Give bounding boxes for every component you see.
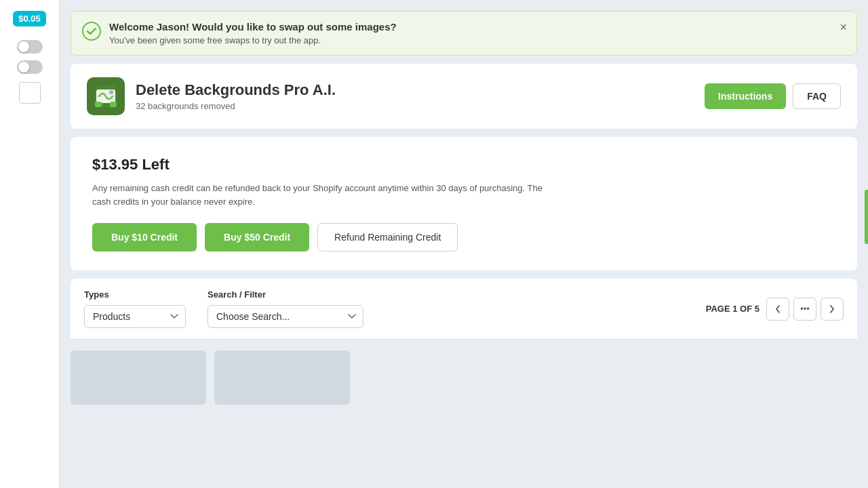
toggle-2[interactable] [17, 60, 43, 74]
svg-rect-4 [95, 102, 102, 107]
buy-50-button[interactable]: Buy $50 Credit [205, 223, 309, 251]
next-page-button[interactable] [821, 298, 844, 321]
sidebar: $0.05 [0, 0, 60, 488]
color-swatch[interactable] [19, 82, 41, 104]
faq-button[interactable]: FAQ [793, 83, 841, 109]
app-logo [87, 77, 125, 115]
scrollbar-accent [865, 190, 868, 244]
banner-title: Welcome Jason! Would you like to swap ou… [109, 21, 397, 33]
credit-description: Any remaining cash credit can be refunde… [92, 182, 553, 208]
banner-subtitle: You've been given some free swaps to try… [109, 35, 397, 45]
app-actions: Instructions FAQ [705, 83, 841, 109]
pagination-area: PAGE 1 OF 5 ••• [706, 298, 844, 321]
thumbnail-1 [71, 350, 206, 405]
refund-button[interactable]: Refund Remaining Credit [317, 223, 458, 251]
credit-card: $13.95 Left Any remaining cash credit ca… [71, 137, 857, 270]
types-label: Types [84, 289, 186, 300]
check-circle-icon [82, 22, 101, 41]
welcome-text: Welcome Jason! Would you like to swap ou… [109, 21, 397, 45]
svg-point-0 [83, 22, 100, 40]
credit-actions: Buy $10 Credit Buy $50 Credit Refund Rem… [92, 223, 835, 251]
thumbnail-2 [214, 350, 350, 405]
buy-10-button[interactable]: Buy $10 Credit [92, 223, 197, 251]
close-banner-button[interactable]: × [840, 21, 847, 33]
search-filter-group: Search / Filter Choose Search... [208, 289, 363, 328]
app-header-card: Delete Backgrounds Pro A.I. 32 backgroun… [71, 64, 857, 129]
filter-row: Types Products Search / Filter Choose Se… [71, 279, 857, 339]
thumbnail-row [71, 345, 857, 410]
more-pages-button[interactable]: ••• [793, 298, 816, 321]
chevron-right-icon [829, 304, 835, 314]
toggle-group [17, 40, 43, 74]
app-name: Delete Backgrounds Pro A.I. [136, 81, 336, 99]
main-content: Welcome Jason! Would you like to swap ou… [60, 0, 868, 488]
toggle-1[interactable] [17, 40, 43, 54]
search-label: Search / Filter [208, 289, 363, 300]
svg-rect-5 [110, 102, 117, 107]
types-select[interactable]: Products [84, 305, 186, 328]
svg-point-3 [109, 90, 113, 94]
credit-badge[interactable]: $0.05 [13, 11, 46, 26]
credit-amount: $13.95 Left [92, 156, 835, 174]
app-title-text: Delete Backgrounds Pro A.I. 32 backgroun… [136, 81, 336, 111]
page-info: PAGE 1 OF 5 [706, 304, 760, 314]
app-stat: 32 backgrounds removed [136, 101, 336, 111]
logo-icon [94, 84, 118, 108]
bottom-area [71, 340, 857, 410]
app-info: Delete Backgrounds Pro A.I. 32 backgroun… [87, 77, 336, 115]
prev-page-button[interactable] [766, 298, 789, 321]
welcome-banner: Welcome Jason! Would you like to swap ou… [71, 11, 857, 56]
chevron-left-icon [774, 304, 781, 314]
instructions-button[interactable]: Instructions [705, 83, 786, 109]
search-select[interactable]: Choose Search... [208, 305, 363, 328]
types-filter-group: Types Products [84, 289, 186, 328]
